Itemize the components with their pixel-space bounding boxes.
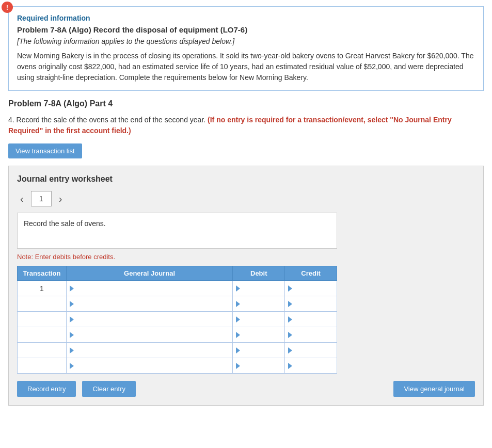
- instruction-text: Record the sale of the ovens at the end …: [17, 116, 206, 124]
- debit-input[interactable]: [242, 346, 281, 354]
- table-row-credit[interactable]: [285, 281, 337, 296]
- triangle-indicator-icon: [70, 363, 74, 369]
- worksheet-description: Record the sale of ovens.: [17, 213, 337, 249]
- debit-indicator-icon: [236, 363, 240, 369]
- journal-input[interactable]: [76, 315, 230, 323]
- nav-row: ‹ 1 ›: [17, 191, 475, 206]
- credit-input[interactable]: [294, 300, 334, 308]
- prev-button[interactable]: ‹: [17, 192, 27, 206]
- required-info-label: Required information: [17, 14, 475, 22]
- debit-input[interactable]: [242, 315, 281, 323]
- record-entry-button[interactable]: Record entry: [17, 381, 76, 397]
- table-row-journal[interactable]: [66, 343, 233, 358]
- table-row-journal[interactable]: [66, 281, 233, 296]
- table-row-credit[interactable]: [285, 327, 337, 343]
- col-transaction: Transaction: [18, 266, 67, 281]
- credit-input[interactable]: [294, 284, 334, 292]
- info-box: ! Required information Problem 7-8A (Alg…: [8, 6, 484, 91]
- debit-input[interactable]: [242, 284, 281, 292]
- worksheet-title: Journal entry worksheet: [17, 174, 475, 184]
- table-row-journal[interactable]: [66, 312, 233, 327]
- view-general-journal-button[interactable]: View general journal: [393, 381, 475, 397]
- journal-input[interactable]: [76, 346, 230, 354]
- credit-indicator-icon: [288, 301, 292, 307]
- table-row-transaction: [18, 312, 67, 327]
- debit-indicator-icon: [236, 347, 240, 354]
- table-row-credit[interactable]: [285, 343, 337, 358]
- view-transaction-list-button[interactable]: View transaction list: [8, 143, 82, 158]
- debit-input[interactable]: [242, 362, 281, 370]
- table-row-debit[interactable]: [233, 281, 285, 296]
- triangle-indicator-icon: [70, 347, 74, 354]
- worksheet-container: Journal entry worksheet ‹ 1 › Record the…: [8, 166, 484, 406]
- page-number: 1: [31, 191, 52, 206]
- credit-indicator-icon: [288, 363, 292, 369]
- debit-indicator-icon: [236, 285, 240, 292]
- credit-indicator-icon: [288, 347, 292, 354]
- table-row-transaction: [18, 296, 67, 312]
- table-row-transaction: [18, 358, 67, 374]
- triangle-indicator-icon: [70, 301, 74, 307]
- instruction-number: 4.: [8, 116, 14, 124]
- journal-input[interactable]: [76, 331, 230, 339]
- part-heading: Problem 7-8A (Algo) Part 4: [8, 99, 484, 108]
- credit-indicator-icon: [288, 316, 292, 323]
- table-row-transaction: 1: [18, 281, 67, 296]
- table-row-transaction: [18, 343, 67, 358]
- debit-indicator-icon: [236, 301, 240, 307]
- credit-input[interactable]: [294, 346, 334, 354]
- action-buttons-row: Record entry Clear entry View general jo…: [17, 381, 475, 397]
- debit-input[interactable]: [242, 300, 281, 308]
- credit-indicator-icon: [288, 285, 292, 292]
- applies-text: [The following information applies to th…: [17, 37, 475, 45]
- table-row-journal[interactable]: [66, 327, 233, 343]
- table-row-debit[interactable]: [233, 296, 285, 312]
- table-row-journal[interactable]: [66, 296, 233, 312]
- journal-input[interactable]: [76, 300, 230, 308]
- clear-entry-button[interactable]: Clear entry: [82, 381, 136, 397]
- description-text: New Morning Bakery is in the process of …: [17, 51, 475, 83]
- info-icon: !: [2, 2, 13, 13]
- credit-input[interactable]: [294, 315, 334, 323]
- table-row-journal[interactable]: [66, 358, 233, 374]
- journal-input[interactable]: [76, 284, 230, 292]
- col-debit: Debit: [233, 266, 285, 281]
- col-credit: Credit: [285, 266, 337, 281]
- table-row-debit[interactable]: [233, 343, 285, 358]
- table-row-debit[interactable]: [233, 327, 285, 343]
- debit-input[interactable]: [242, 331, 281, 339]
- journal-input[interactable]: [76, 362, 230, 370]
- journal-table: Transaction General Journal Debit Credit…: [17, 266, 337, 374]
- triangle-indicator-icon: [70, 316, 74, 323]
- instruction: 4. Record the sale of the ovens at the e…: [8, 115, 484, 136]
- debit-indicator-icon: [236, 316, 240, 323]
- table-row-credit[interactable]: [285, 296, 337, 312]
- table-row-transaction: [18, 327, 67, 343]
- problem-title: Problem 7-8A (Algo) Record the disposal …: [17, 25, 475, 34]
- table-row-debit[interactable]: [233, 312, 285, 327]
- next-button[interactable]: ›: [56, 192, 66, 206]
- table-row-debit[interactable]: [233, 358, 285, 374]
- triangle-indicator-icon: [70, 285, 74, 292]
- table-row-credit[interactable]: [285, 312, 337, 327]
- col-general-journal: General Journal: [66, 266, 233, 281]
- triangle-indicator-icon: [70, 332, 74, 338]
- credit-input[interactable]: [294, 362, 334, 370]
- note-text: Note: Enter debits before credits.: [17, 253, 475, 261]
- debit-indicator-icon: [236, 332, 240, 338]
- credit-input[interactable]: [294, 331, 334, 339]
- credit-indicator-icon: [288, 332, 292, 338]
- table-row-credit[interactable]: [285, 358, 337, 374]
